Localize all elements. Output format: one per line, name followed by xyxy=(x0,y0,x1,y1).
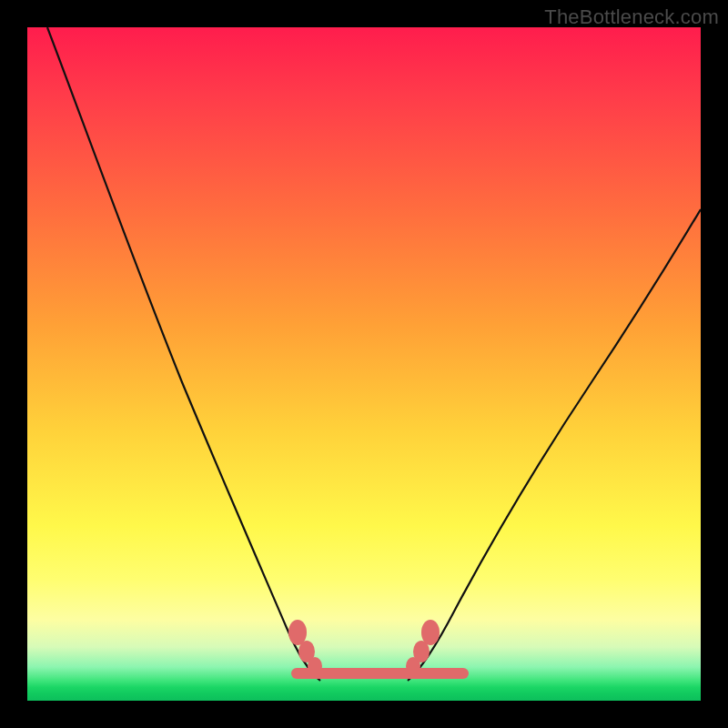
curve-left-branch xyxy=(47,27,320,681)
curve-layer xyxy=(27,27,701,701)
curve-right-branch xyxy=(408,209,701,681)
valley-floor-marker xyxy=(291,668,469,679)
watermark-text: TheBottleneck.com xyxy=(544,5,719,29)
plot-area xyxy=(27,27,701,701)
bead-right-3 xyxy=(421,620,440,645)
outer-frame: TheBottleneck.com xyxy=(0,0,728,728)
